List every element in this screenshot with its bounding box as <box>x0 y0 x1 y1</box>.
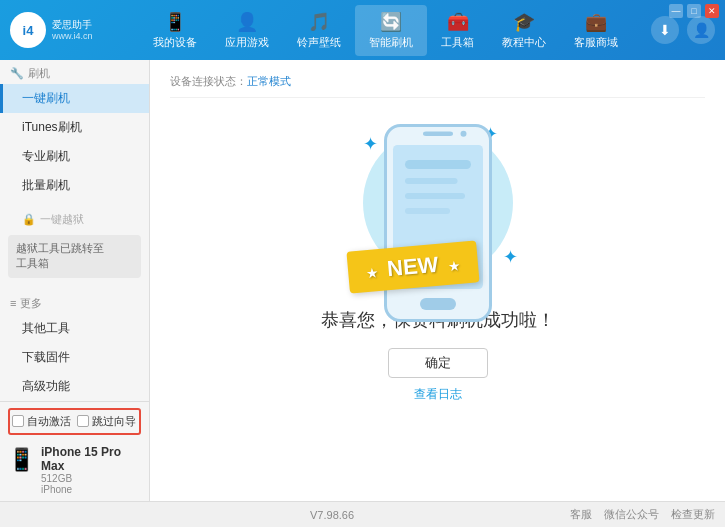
device-name: iPhone 15 Pro Max <box>41 445 141 473</box>
status-bar: 设备连接状态： 正常模式 <box>170 70 705 98</box>
sidebar-section-flash: 🔧 刷机 <box>0 60 149 84</box>
apps-icon: 👤 <box>236 11 258 33</box>
footer-link-update[interactable]: 检查更新 <box>671 507 715 522</box>
sidebar-section-more: ≡ 更多 <box>0 290 149 314</box>
svg-rect-3 <box>405 178 458 184</box>
sidebar-item-other-tools[interactable]: 其他工具 <box>0 314 149 343</box>
nav-tabs: 📱 我的设备 👤 应用游戏 🎵 铃声壁纸 🔄 智能刷机 🧰 工具箱 🎓 <box>120 5 651 56</box>
svg-point-8 <box>460 131 466 137</box>
auto-guide-checkbox[interactable]: 跳过向导 <box>77 414 136 429</box>
content-area: 设备连接状态： 正常模式 ✦ ✦ ✦ <box>150 60 725 501</box>
ringtone-icon: 🎵 <box>308 11 330 33</box>
svg-rect-2 <box>405 160 471 169</box>
flash-section-icon: 🔧 <box>10 67 24 80</box>
main-area: 🔧 刷机 一键刷机 iTunes刷机 专业刷机 批量刷机 🔒 一键越狱 越狱工具… <box>0 60 725 501</box>
auto-activate-checkbox[interactable]: 自动激活 <box>12 414 71 429</box>
phone-visual: ✦ ✦ ✦ <box>358 118 518 298</box>
auto-guide-check[interactable] <box>77 415 89 427</box>
footer-links: 客服 微信公众号 检查更新 <box>570 507 715 522</box>
sidebar-item-advanced[interactable]: 高级功能 <box>0 372 149 401</box>
status-mode: 正常模式 <box>247 74 291 89</box>
tab-service[interactable]: 💼 客服商域 <box>560 5 632 56</box>
minimize-button[interactable]: — <box>669 4 683 18</box>
footer-link-service[interactable]: 客服 <box>570 507 592 522</box>
my-device-icon: 📱 <box>164 11 186 33</box>
tab-toolbox[interactable]: 🧰 工具箱 <box>427 5 488 56</box>
sidebar: 🔧 刷机 一键刷机 iTunes刷机 专业刷机 批量刷机 🔒 一键越狱 越狱工具… <box>0 60 150 501</box>
user-button[interactable]: 👤 <box>687 16 715 44</box>
more-section-icon: ≡ <box>10 297 16 309</box>
phone-svg <box>378 118 498 328</box>
device-info: 📱 iPhone 15 Pro Max 512GB iPhone <box>8 441 141 499</box>
sidebar-jailbreak-note: 越狱工具已跳转至工具箱 <box>8 235 141 278</box>
device-storage: 512GB <box>41 473 141 484</box>
sidebar-item-batch-flash[interactable]: 批量刷机 <box>0 171 149 200</box>
tab-my-device[interactable]: 📱 我的设备 <box>139 5 211 56</box>
logo-area: i4 爱思助手 www.i4.cn <box>10 12 120 48</box>
toolbox-icon: 🧰 <box>447 11 469 33</box>
svg-rect-7 <box>423 132 453 137</box>
device-phone-icon: 📱 <box>8 447 35 473</box>
tab-apps-games[interactable]: 👤 应用游戏 <box>211 5 283 56</box>
tab-tutorial[interactable]: 🎓 教程中心 <box>488 5 560 56</box>
tab-ringtone[interactable]: 🎵 铃声壁纸 <box>283 5 355 56</box>
logo-icon: i4 <box>10 12 46 48</box>
download-button[interactable]: ⬇ <box>651 16 679 44</box>
tutorial-icon: 🎓 <box>513 11 535 33</box>
header-actions: ⬇ 👤 <box>651 16 715 44</box>
lock-icon: 🔒 <box>22 213 36 226</box>
version-label: V7.98.66 <box>310 509 354 521</box>
sidebar-item-one-key-flash[interactable]: 一键刷机 <box>0 84 149 113</box>
auto-activate-check[interactable] <box>12 415 24 427</box>
sidebar-item-pro-flash[interactable]: 专业刷机 <box>0 142 149 171</box>
success-illustration: ✦ ✦ ✦ <box>321 118 555 403</box>
close-button[interactable]: ✕ <box>705 4 719 18</box>
sidebar-item-itunes-flash[interactable]: iTunes刷机 <box>0 113 149 142</box>
window-controls: — □ ✕ <box>669 4 719 18</box>
header: i4 爱思助手 www.i4.cn 📱 我的设备 👤 应用游戏 🎵 铃声壁纸 🔄 <box>0 0 725 60</box>
svg-rect-6 <box>420 298 456 310</box>
tab-smart-flash[interactable]: 🔄 智能刷机 <box>355 5 427 56</box>
sparkle-icon-1: ✦ <box>363 133 378 155</box>
footer-link-wechat[interactable]: 微信公众号 <box>604 507 659 522</box>
logo-text: 爱思助手 www.i4.cn <box>52 18 93 43</box>
device-type: iPhone <box>41 484 141 495</box>
sidebar-bottom: 自动激活 跳过向导 📱 iPhone 15 Pro Max 512GB iPho… <box>0 401 149 501</box>
svg-rect-5 <box>405 208 450 214</box>
device-details: iPhone 15 Pro Max 512GB iPhone <box>41 445 141 495</box>
auto-options-row: 自动激活 跳过向导 <box>8 408 141 435</box>
sidebar-item-download-firmware[interactable]: 下载固件 <box>0 343 149 372</box>
view-log-link[interactable]: 查看日志 <box>414 386 462 403</box>
service-icon: 💼 <box>585 11 607 33</box>
maximize-button[interactable]: □ <box>687 4 701 18</box>
smart-flash-icon: 🔄 <box>380 11 402 33</box>
confirm-button[interactable]: 确定 <box>388 348 488 378</box>
svg-rect-4 <box>405 193 465 199</box>
sidebar-section-jailbreak: 🔒 一键越狱 <box>0 208 149 231</box>
footer: V7.98.66 客服 微信公众号 检查更新 <box>0 501 725 527</box>
sparkle-icon-3: ✦ <box>503 246 518 268</box>
